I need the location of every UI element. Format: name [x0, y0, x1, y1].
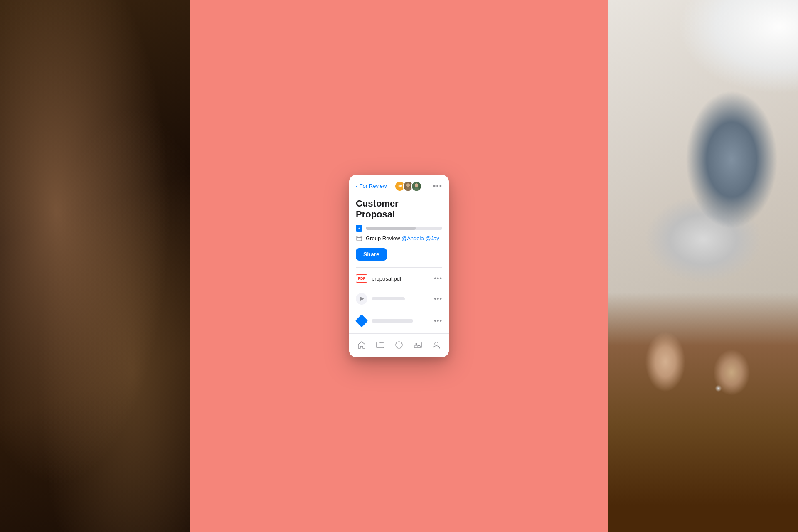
nav-add-button[interactable] [393, 339, 405, 351]
sketch-filename-placeholder [372, 319, 430, 323]
home-icon [357, 340, 366, 350]
checkbox-row: ✓ [356, 225, 442, 232]
pdf-filename: proposal.pdf [372, 276, 430, 282]
share-button[interactable]: Share [356, 248, 387, 261]
mention-angela[interactable]: @Angela [401, 235, 424, 241]
right-photo [608, 0, 798, 532]
svg-point-13 [435, 342, 438, 345]
avatar-person2 [411, 181, 422, 192]
pdf-icon: PDF [356, 274, 367, 283]
video-more-button[interactable]: ••• [434, 295, 442, 303]
nav-profile-button[interactable] [430, 339, 443, 351]
card-title-section: Customer Proposal [349, 196, 449, 225]
share-section: Share [349, 246, 449, 267]
svg-rect-11 [414, 342, 421, 348]
profile-icon [432, 340, 441, 350]
mention-jay[interactable]: @Jay [425, 235, 439, 241]
bottom-nav [349, 333, 449, 357]
svg-point-1 [405, 187, 411, 191]
nav-gallery-button[interactable] [411, 339, 424, 351]
calendar-svg [356, 235, 362, 241]
card-header: ‹ For Review DB [349, 175, 449, 196]
right-photo-panel [608, 0, 798, 532]
left-photo [0, 0, 190, 532]
sketch-more-button[interactable]: ••• [434, 317, 442, 325]
play-triangle-icon [360, 297, 364, 301]
file-item-sketch[interactable]: ••• [349, 310, 449, 332]
back-chevron-icon: ‹ [356, 183, 358, 190]
checkbox-check-icon: ✓ [357, 226, 361, 231]
svg-point-3 [414, 187, 419, 191]
avatar-group: DB [394, 181, 422, 192]
avatar-db-initials: DB [397, 184, 402, 188]
center-panel: ‹ For Review DB [190, 0, 608, 532]
sketch-name-bar [372, 319, 413, 323]
card-meta: ✓ Group Review @Angela [349, 225, 449, 246]
nav-folder-button[interactable] [374, 339, 387, 351]
document-title: Customer Proposal [356, 198, 442, 220]
sketch-icon-wrapper [356, 315, 367, 327]
file-item-video[interactable]: ••• [349, 288, 449, 310]
nav-home-button[interactable] [355, 339, 368, 351]
more-options-button[interactable]: ••• [433, 182, 442, 190]
progress-bar [366, 227, 442, 230]
pdf-more-button[interactable]: ••• [434, 275, 442, 282]
svg-point-0 [406, 183, 410, 187]
svg-point-2 [415, 183, 418, 187]
review-text: Group Review @Angela @Jay [366, 235, 439, 241]
folder-icon [376, 340, 385, 350]
add-icon [394, 340, 404, 350]
file-item-pdf[interactable]: PDF proposal.pdf ••• [349, 269, 449, 288]
checkbox[interactable]: ✓ [356, 225, 362, 232]
progress-bar-fill [366, 227, 416, 230]
calendar-icon [356, 235, 362, 241]
mobile-app-card: ‹ For Review DB [349, 175, 449, 357]
review-row: Group Review @Angela @Jay [356, 235, 442, 241]
back-label[interactable]: For Review [360, 183, 387, 189]
person2-icon [412, 181, 421, 192]
svg-rect-4 [357, 236, 362, 241]
video-name-bar [372, 297, 405, 300]
video-filename-placeholder [372, 297, 430, 300]
play-icon [356, 293, 367, 305]
gallery-icon [413, 340, 422, 350]
left-photo-panel [0, 0, 190, 532]
sketch-diamond-icon [355, 315, 368, 328]
back-nav[interactable]: ‹ For Review [356, 183, 387, 190]
file-list: PDF proposal.pdf ••• ••• [349, 268, 449, 333]
